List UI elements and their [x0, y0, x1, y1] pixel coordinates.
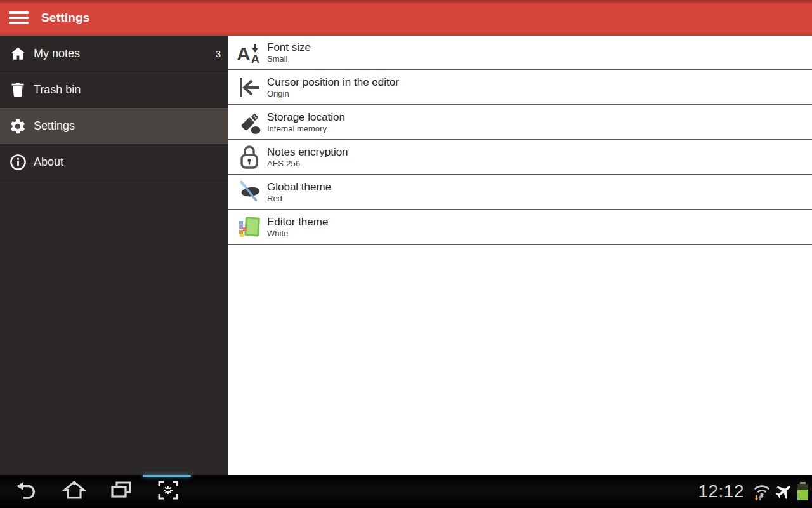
sidebar-item-label: My notes: [34, 47, 216, 60]
svg-text:A: A: [251, 53, 259, 65]
setting-value: Red: [267, 194, 331, 204]
notes-count-badge: 3: [216, 48, 221, 59]
wifi-icon: [752, 482, 771, 501]
setting-row-notes-encryption[interactable]: Notes encryption AES-256: [228, 140, 812, 175]
gear-icon: [9, 117, 27, 135]
drawer-menu-button[interactable]: [0, 0, 37, 36]
system-navigation-bar: 12:12: [0, 475, 812, 508]
back-button[interactable]: [4, 475, 51, 508]
sidebar-item-label: Trash bin: [34, 83, 221, 97]
airplane-mode-icon: [775, 482, 794, 501]
clock: 12:12: [698, 481, 744, 502]
status-cluster[interactable]: 12:12: [698, 475, 809, 508]
palette-icon: [236, 213, 263, 242]
hamburger-icon: [9, 9, 29, 27]
screenshot-button[interactable]: [145, 475, 192, 508]
setting-value: Internal memory: [267, 124, 345, 134]
setting-title: Cursor position in the editor: [267, 76, 399, 89]
setting-value: White: [267, 229, 328, 239]
setting-title: Editor theme: [267, 215, 328, 229]
setting-row-font-size[interactable]: A A Font size Small: [228, 36, 812, 70]
sidebar-item-my-notes[interactable]: My notes 3: [0, 36, 228, 72]
action-bar: Settings: [0, 0, 812, 36]
screenshot-capture-icon: [157, 479, 180, 504]
recent-apps-button[interactable]: [98, 475, 145, 508]
setting-title: Global theme: [267, 180, 331, 194]
setting-title: Storage location: [267, 110, 345, 124]
setting-title: Font size: [267, 41, 311, 54]
setting-row-global-theme[interactable]: Global theme Red: [228, 175, 812, 210]
home-icon: [9, 44, 27, 62]
sidebar-item-trash-bin[interactable]: Trash bin: [0, 72, 228, 108]
setting-value: Small: [267, 54, 311, 64]
usb-drive-icon: [236, 108, 263, 137]
sidebar-item-settings[interactable]: Settings: [0, 108, 228, 144]
battery-icon: [797, 482, 809, 501]
sidebar-item-about[interactable]: About: [0, 144, 228, 180]
settings-list: A A Font size Small Cursor posi: [228, 36, 812, 475]
setting-row-editor-theme[interactable]: Editor theme White: [228, 210, 812, 245]
back-icon: [15, 480, 39, 503]
paintbrush-icon: [236, 178, 263, 207]
setting-row-storage-location[interactable]: Storage location Internal memory: [228, 105, 812, 140]
setting-value: AES-256: [267, 159, 348, 169]
sidebar-item-label: Settings: [34, 119, 221, 133]
setting-row-cursor-position[interactable]: Cursor position in the editor Origin: [228, 70, 812, 105]
sidebar-item-label: About: [34, 156, 221, 169]
font-size-icon: A A: [236, 38, 263, 67]
setting-title: Notes encryption: [267, 145, 348, 159]
home-button[interactable]: [51, 475, 98, 508]
page-title: Settings: [41, 11, 90, 25]
navigation-drawer: My notes 3 Trash bin Settings: [0, 36, 228, 475]
screen: Settings My notes 3 Trash bin Settings: [0, 0, 812, 508]
info-icon: [9, 153, 27, 171]
svg-text:A: A: [237, 43, 251, 64]
padlock-icon: [236, 143, 263, 172]
setting-value: Origin: [267, 89, 399, 99]
home-nav-icon: [62, 480, 86, 503]
trash-icon: [9, 81, 27, 98]
recent-apps-icon: [109, 480, 133, 503]
cursor-position-icon: [236, 73, 263, 102]
